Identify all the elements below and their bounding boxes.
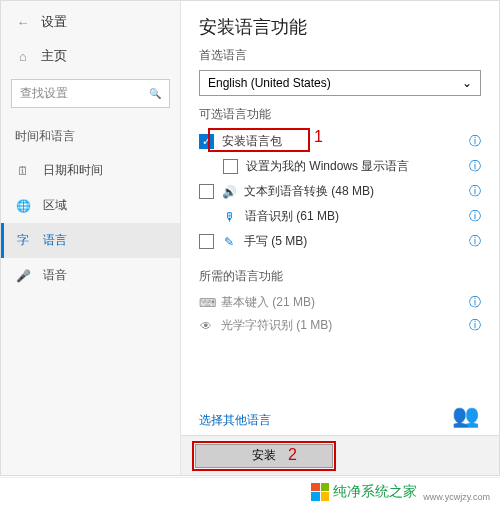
- people-icon: 👥: [452, 403, 479, 429]
- info-icon[interactable]: ⓘ: [469, 133, 481, 150]
- optional-features-head: 可选语言功能: [199, 106, 481, 123]
- sidebar: ← 设置 ⌂ 主页 查找设置 🔍 时间和语言 🗓 日期和时间 🌐 区域 字 语言…: [1, 1, 181, 475]
- required-features-head: 所需的语言功能: [199, 268, 481, 285]
- eye-icon: 👁: [199, 319, 213, 333]
- info-icon[interactable]: ⓘ: [469, 317, 481, 334]
- search-icon: 🔍: [149, 88, 161, 99]
- sidebar-item-region[interactable]: 🌐 区域: [1, 188, 180, 223]
- language-icon: 字: [15, 232, 31, 249]
- install-language-panel: 安装语言功能 首选语言 English (United States) ⌄ 可选…: [181, 1, 499, 475]
- chevron-down-icon: ⌄: [462, 76, 472, 90]
- option-tts[interactable]: 🔊 文本到语音转换 (48 MB) ⓘ: [199, 179, 481, 204]
- mic-icon: 🎙: [223, 210, 237, 224]
- info-icon[interactable]: ⓘ: [469, 294, 481, 311]
- required-basic-typing: ⌨ 基本键入 (21 MB) ⓘ: [199, 291, 481, 314]
- choose-other-language-link[interactable]: 选择其他语言: [199, 412, 271, 429]
- option-label: 设置为我的 Windows 显示语言: [246, 158, 409, 175]
- option-label: 语音识别 (61 MB): [245, 208, 339, 225]
- option-label: 手写 (5 MB): [244, 233, 307, 250]
- sidebar-item-datetime[interactable]: 🗓 日期和时间: [1, 153, 180, 188]
- install-button[interactable]: 安装: [195, 444, 333, 468]
- info-icon[interactable]: ⓘ: [469, 233, 481, 250]
- required-label: 基本键入 (21 MB): [221, 294, 315, 311]
- option-handwriting[interactable]: ✎ 手写 (5 MB) ⓘ: [199, 229, 481, 254]
- option-speech-recognition: 🎙 语音识别 (61 MB) ⓘ: [199, 204, 481, 229]
- option-language-pack[interactable]: ✓ 安装语言包 ⓘ: [199, 129, 481, 154]
- checkbox-display-language[interactable]: [223, 159, 238, 174]
- sidebar-item-label: 语言: [43, 232, 67, 249]
- sidebar-item-language[interactable]: 字 语言: [1, 223, 180, 258]
- sidebar-item-label: 语音: [43, 267, 67, 284]
- globe-icon: 🌐: [15, 199, 31, 213]
- button-bar: 安装 2: [181, 435, 499, 475]
- home-icon: ⌂: [15, 49, 31, 64]
- search-input[interactable]: 查找设置 🔍: [11, 79, 170, 108]
- watermark: 纯净系统之家 www.ycwjzy.com: [0, 477, 500, 505]
- option-display-language[interactable]: 设置为我的 Windows 显示语言 ⓘ: [199, 154, 481, 179]
- panel-title: 安装语言功能: [199, 15, 481, 39]
- watermark-logo-icon: [311, 483, 329, 501]
- watermark-text: 纯净系统之家: [333, 483, 417, 501]
- required-label: 光学字符识别 (1 MB): [221, 317, 332, 334]
- required-ocr: 👁 光学字符识别 (1 MB) ⓘ: [199, 314, 481, 337]
- sidebar-home[interactable]: ⌂ 主页: [1, 39, 180, 73]
- info-icon[interactable]: ⓘ: [469, 208, 481, 225]
- settings-label: 设置: [41, 13, 67, 31]
- language-select[interactable]: English (United States) ⌄: [199, 70, 481, 96]
- back-icon[interactable]: ←: [15, 15, 31, 30]
- annotation-label-1: 1: [314, 128, 323, 146]
- option-label: 安装语言包: [222, 133, 282, 150]
- pen-icon: ✎: [222, 235, 236, 249]
- checkbox-handwriting[interactable]: [199, 234, 214, 249]
- home-label: 主页: [41, 47, 67, 65]
- speaker-icon: 🔊: [222, 185, 236, 199]
- option-label: 文本到语音转换 (48 MB): [244, 183, 374, 200]
- info-icon[interactable]: ⓘ: [469, 158, 481, 175]
- search-placeholder: 查找设置: [20, 85, 68, 102]
- sidebar-item-label: 日期和时间: [43, 162, 103, 179]
- checkbox-language-pack[interactable]: ✓: [199, 134, 214, 149]
- install-button-wrap: 安装 2: [195, 444, 333, 468]
- sidebar-item-label: 区域: [43, 197, 67, 214]
- info-icon[interactable]: ⓘ: [469, 183, 481, 200]
- calendar-icon: 🗓: [15, 164, 31, 178]
- sidebar-group-head: 时间和语言: [1, 118, 180, 153]
- mic-icon: 🎤: [15, 269, 31, 283]
- watermark-url: www.ycwjzy.com: [423, 492, 490, 505]
- sidebar-header: ← 设置: [1, 9, 180, 39]
- sidebar-item-speech[interactable]: 🎤 语音: [1, 258, 180, 293]
- settings-window: ← 设置 ⌂ 主页 查找设置 🔍 时间和语言 🗓 日期和时间 🌐 区域 字 语言…: [0, 0, 500, 476]
- keyboard-icon: ⌨: [199, 296, 213, 310]
- checkbox-tts[interactable]: [199, 184, 214, 199]
- annotation-label-2: 2: [288, 446, 297, 464]
- selected-language: English (United States): [208, 76, 331, 90]
- install-button-label: 安装: [252, 447, 276, 464]
- preferred-language-label: 首选语言: [199, 47, 481, 64]
